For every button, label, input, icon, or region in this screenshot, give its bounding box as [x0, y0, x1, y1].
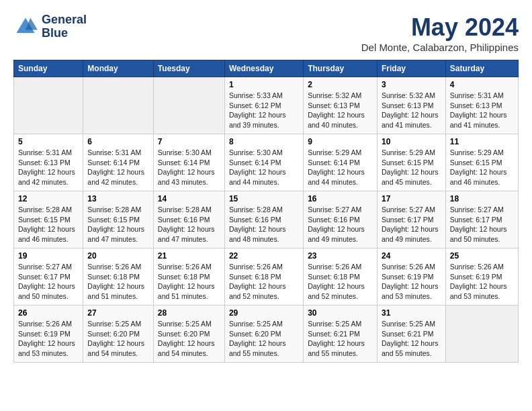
- col-header-wednesday: Wednesday: [224, 60, 303, 77]
- day-cell: 21Sunrise: 5:26 AMSunset: 6:18 PMDayligh…: [153, 248, 224, 306]
- day-cell: 14Sunrise: 5:28 AMSunset: 6:16 PMDayligh…: [153, 191, 224, 248]
- day-cell: 7Sunrise: 5:30 AMSunset: 6:14 PMDaylight…: [153, 134, 224, 191]
- week-row-2: 5Sunrise: 5:31 AMSunset: 6:13 PMDaylight…: [14, 134, 519, 191]
- week-row-4: 19Sunrise: 5:27 AMSunset: 6:17 PMDayligh…: [14, 248, 519, 306]
- day-number: 30: [308, 308, 373, 318]
- week-row-5: 26Sunrise: 5:26 AMSunset: 6:19 PMDayligh…: [14, 306, 519, 363]
- day-cell: 25Sunrise: 5:26 AMSunset: 6:19 PMDayligh…: [445, 248, 518, 306]
- col-header-tuesday: Tuesday: [153, 60, 224, 77]
- week-row-3: 12Sunrise: 5:28 AMSunset: 6:15 PMDayligh…: [14, 191, 519, 248]
- day-cell: 22Sunrise: 5:26 AMSunset: 6:18 PMDayligh…: [224, 248, 303, 306]
- day-number: 10: [382, 137, 441, 146]
- day-info: Sunrise: 5:25 AMSunset: 6:20 PMDaylight:…: [87, 319, 149, 359]
- day-info: Sunrise: 5:29 AMSunset: 6:14 PMDaylight:…: [308, 148, 373, 187]
- day-info: Sunrise: 5:27 AMSunset: 6:17 PMDaylight:…: [450, 205, 514, 244]
- day-info: Sunrise: 5:27 AMSunset: 6:16 PMDaylight:…: [308, 205, 373, 244]
- day-cell: 31Sunrise: 5:25 AMSunset: 6:21 PMDayligh…: [377, 306, 445, 363]
- day-cell: 4Sunrise: 5:31 AMSunset: 6:13 PMDaylight…: [445, 77, 518, 134]
- day-number: 29: [229, 308, 299, 318]
- day-info: Sunrise: 5:30 AMSunset: 6:14 PMDaylight:…: [229, 148, 299, 187]
- day-number: 15: [229, 194, 299, 203]
- day-cell: 19Sunrise: 5:27 AMSunset: 6:17 PMDayligh…: [14, 248, 83, 306]
- day-info: Sunrise: 5:26 AMSunset: 6:19 PMDaylight:…: [18, 319, 79, 359]
- day-cell: 29Sunrise: 5:25 AMSunset: 6:20 PMDayligh…: [224, 306, 303, 363]
- day-cell: 15Sunrise: 5:28 AMSunset: 6:16 PMDayligh…: [224, 191, 303, 248]
- logo-icon: [13, 15, 38, 39]
- subtitle: Del Monte, Calabarzon, Philippines: [361, 42, 519, 53]
- day-number: 1: [229, 80, 299, 89]
- day-info: Sunrise: 5:26 AMSunset: 6:18 PMDaylight:…: [308, 262, 373, 302]
- day-info: Sunrise: 5:30 AMSunset: 6:14 PMDaylight:…: [158, 148, 220, 187]
- day-info: Sunrise: 5:27 AMSunset: 6:17 PMDaylight:…: [382, 205, 441, 244]
- day-number: 28: [158, 308, 220, 318]
- day-info: Sunrise: 5:28 AMSunset: 6:16 PMDaylight:…: [229, 205, 299, 244]
- col-header-sunday: Sunday: [14, 60, 83, 77]
- day-cell: 20Sunrise: 5:26 AMSunset: 6:18 PMDayligh…: [83, 248, 154, 306]
- day-info: Sunrise: 5:28 AMSunset: 6:16 PMDaylight:…: [158, 205, 220, 244]
- day-number: 18: [450, 194, 514, 203]
- day-number: 7: [158, 137, 220, 146]
- day-info: Sunrise: 5:29 AMSunset: 6:15 PMDaylight:…: [382, 148, 441, 187]
- page-header: General Blue May 2024 Del Monte, Calabar…: [13, 13, 519, 53]
- day-number: 26: [18, 308, 79, 318]
- day-info: Sunrise: 5:26 AMSunset: 6:18 PMDaylight:…: [158, 262, 220, 302]
- day-info: Sunrise: 5:25 AMSunset: 6:20 PMDaylight:…: [158, 319, 220, 359]
- day-info: Sunrise: 5:33 AMSunset: 6:12 PMDaylight:…: [229, 91, 299, 130]
- day-number: 9: [308, 137, 373, 146]
- day-number: 20: [87, 251, 149, 261]
- day-number: 6: [87, 137, 149, 146]
- day-info: Sunrise: 5:26 AMSunset: 6:18 PMDaylight:…: [229, 262, 299, 302]
- day-cell: 8Sunrise: 5:30 AMSunset: 6:14 PMDaylight…: [224, 134, 303, 191]
- day-info: Sunrise: 5:32 AMSunset: 6:13 PMDaylight:…: [382, 91, 441, 130]
- day-number: 25: [450, 251, 514, 261]
- day-number: 21: [158, 251, 220, 261]
- day-number: 12: [18, 194, 79, 203]
- col-header-thursday: Thursday: [304, 60, 378, 77]
- day-cell: 26Sunrise: 5:26 AMSunset: 6:19 PMDayligh…: [14, 306, 83, 363]
- day-cell: 12Sunrise: 5:28 AMSunset: 6:15 PMDayligh…: [14, 191, 83, 248]
- day-cell: 17Sunrise: 5:27 AMSunset: 6:17 PMDayligh…: [377, 191, 445, 248]
- day-cell: 27Sunrise: 5:25 AMSunset: 6:20 PMDayligh…: [83, 306, 154, 363]
- day-number: 5: [18, 137, 79, 146]
- day-cell: 6Sunrise: 5:31 AMSunset: 6:14 PMDaylight…: [83, 134, 154, 191]
- day-cell: 18Sunrise: 5:27 AMSunset: 6:17 PMDayligh…: [445, 191, 518, 248]
- day-number: 2: [308, 80, 373, 89]
- day-number: 11: [450, 137, 514, 146]
- day-cell: 3Sunrise: 5:32 AMSunset: 6:13 PMDaylight…: [377, 77, 445, 134]
- day-cell: 5Sunrise: 5:31 AMSunset: 6:13 PMDaylight…: [14, 134, 83, 191]
- col-header-saturday: Saturday: [445, 60, 518, 77]
- day-number: 16: [308, 194, 373, 203]
- day-cell: 13Sunrise: 5:28 AMSunset: 6:15 PMDayligh…: [83, 191, 154, 248]
- day-cell: 11Sunrise: 5:29 AMSunset: 6:15 PMDayligh…: [445, 134, 518, 191]
- day-info: Sunrise: 5:31 AMSunset: 6:13 PMDaylight:…: [450, 91, 514, 130]
- day-number: 31: [382, 308, 441, 318]
- day-info: Sunrise: 5:25 AMSunset: 6:20 PMDaylight:…: [229, 319, 299, 359]
- col-header-monday: Monday: [83, 60, 154, 77]
- day-number: 13: [87, 194, 149, 203]
- day-number: 8: [229, 137, 299, 146]
- day-number: 14: [158, 194, 220, 203]
- day-cell: [83, 77, 154, 134]
- logo-text: General Blue: [42, 13, 87, 40]
- day-info: Sunrise: 5:28 AMSunset: 6:15 PMDaylight:…: [18, 205, 79, 244]
- day-info: Sunrise: 5:26 AMSunset: 6:18 PMDaylight:…: [87, 262, 149, 302]
- day-number: 19: [18, 251, 79, 261]
- day-cell: 1Sunrise: 5:33 AMSunset: 6:12 PMDaylight…: [224, 77, 303, 134]
- day-cell: 16Sunrise: 5:27 AMSunset: 6:16 PMDayligh…: [304, 191, 378, 248]
- day-info: Sunrise: 5:25 AMSunset: 6:21 PMDaylight:…: [308, 319, 373, 359]
- day-cell: 28Sunrise: 5:25 AMSunset: 6:20 PMDayligh…: [153, 306, 224, 363]
- day-info: Sunrise: 5:31 AMSunset: 6:13 PMDaylight:…: [18, 148, 79, 187]
- logo: General Blue: [13, 13, 87, 40]
- calendar-table: SundayMondayTuesdayWednesdayThursdayFrid…: [13, 60, 519, 363]
- day-number: 17: [382, 194, 441, 203]
- day-info: Sunrise: 5:26 AMSunset: 6:19 PMDaylight:…: [450, 262, 514, 302]
- day-cell: 23Sunrise: 5:26 AMSunset: 6:18 PMDayligh…: [304, 248, 378, 306]
- day-cell: 30Sunrise: 5:25 AMSunset: 6:21 PMDayligh…: [304, 306, 378, 363]
- day-cell: 2Sunrise: 5:32 AMSunset: 6:13 PMDaylight…: [304, 77, 378, 134]
- day-cell: [14, 77, 83, 134]
- day-cell: [445, 306, 518, 363]
- day-info: Sunrise: 5:32 AMSunset: 6:13 PMDaylight:…: [308, 91, 373, 130]
- day-number: 4: [450, 80, 514, 89]
- week-row-1: 1Sunrise: 5:33 AMSunset: 6:12 PMDaylight…: [14, 77, 519, 134]
- day-number: 23: [308, 251, 373, 261]
